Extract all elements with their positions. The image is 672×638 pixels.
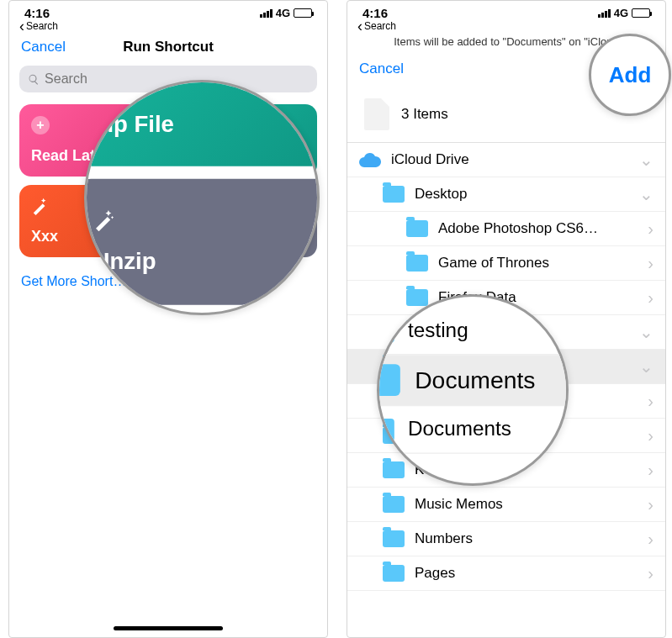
row-label: Numbers [415,530,473,547]
row-photoshop[interactable]: Adobe Photoshop CS6… [347,212,665,246]
home-indicator[interactable] [114,626,223,630]
magnifier-shortcuts: Zip File Unzip [84,80,320,315]
mag-label: Documents [415,366,535,393]
signal-icon [598,9,611,18]
row-label: Music Memos [415,496,503,513]
chevron-down-icon [639,322,653,342]
mag-label: Documents [408,418,511,441]
battery-icon [632,8,650,18]
row-label: Adobe Photoshop CS6… [438,220,598,237]
chevron-right-icon [648,530,653,549]
network-label: 4G [276,7,290,19]
row-numbers[interactable]: Numbers [347,522,665,556]
folder-icon [377,364,400,396]
chevron-right-icon [648,461,653,480]
network-label: 4G [614,7,628,19]
magnifier-add: Add [589,34,671,116]
row-desktop[interactable]: Desktop [347,177,665,212]
search-icon [28,73,40,86]
row-pages[interactable]: Pages [347,556,665,591]
mag-add-label: Add [609,62,652,88]
folder-icon [383,530,405,547]
row-label: Pages [415,565,455,582]
row-label: Desktop [415,186,467,203]
chevron-down-icon [639,184,653,204]
items-count: 3 Items [401,106,448,123]
cancel-button[interactable]: Cancel [359,61,404,77]
back-to-search[interactable]: Search [9,20,327,32]
row-musicmemos[interactable]: Music Memos [347,488,665,522]
statusbar: 4:16 4G [9,1,327,20]
document-icon [364,98,389,130]
folder-icon [406,220,428,237]
chevron-right-icon [648,288,653,308]
signal-icon [260,9,273,18]
cancel-button[interactable]: Cancel [21,39,66,55]
folder-icon [383,186,405,203]
chevron-down-icon [639,356,653,377]
status-time: 4:16 [362,6,388,20]
row-got[interactable]: Game of Thrones [347,246,665,281]
folder-icon [383,461,405,478]
row-label: Game of Thrones [438,255,549,272]
chevron-right-icon [648,392,653,411]
mag-row-documents2: Documents [377,406,569,454]
status-icons: 4G [260,7,312,19]
chevron-right-icon [648,426,653,446]
status-time: 4:16 [24,6,50,20]
mag-label: Unzip [93,248,320,276]
navbar: Cancel Run Shortcut [9,32,327,62]
folder-icon [383,496,405,513]
nav-title: Run Shortcut [123,39,214,55]
chevron-right-icon [648,254,653,273]
plus-icon: + [31,116,50,134]
chevron-down-icon [639,150,653,170]
chevron-right-icon [648,564,653,583]
wand-icon [93,208,320,235]
row-icloud-drive[interactable]: iCloud Drive [347,143,665,177]
folder-icon [406,289,428,306]
mag-row-documents: Documents [377,355,569,406]
folder-icon [406,255,428,272]
back-to-search[interactable]: Search [347,20,665,32]
row-label: iCloud Drive [391,151,469,168]
folder-icon [383,565,405,582]
magnifier-documents: testing Documents Documents [377,294,569,486]
statusbar: 4:16 4G [347,1,665,20]
chevron-right-icon [648,219,653,239]
chevron-right-icon [648,495,653,514]
mag-label: testing [408,319,468,342]
battery-icon [294,8,312,18]
status-icons: 4G [598,7,650,19]
icloud-icon [359,152,381,167]
